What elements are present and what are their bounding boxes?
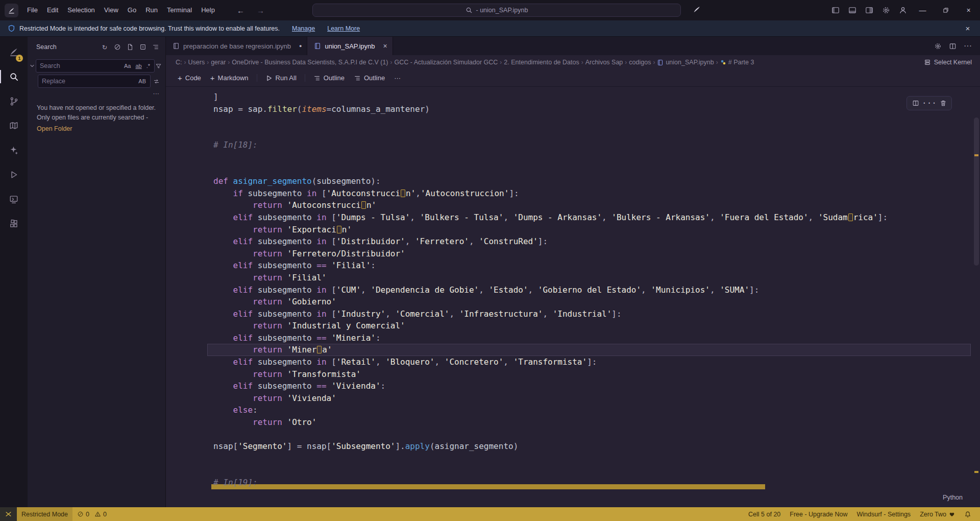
preserve-case-icon[interactable]: AB <box>136 78 148 85</box>
code-line[interactable]: ] <box>213 91 980 103</box>
code-line[interactable] <box>213 127 980 139</box>
minimize-button[interactable]: — <box>911 0 934 20</box>
code-line[interactable]: return 'Filial' <box>213 272 980 284</box>
code-line[interactable]: elif subsegmento in ['Industry', 'Comerc… <box>213 308 980 320</box>
replace-all-icon[interactable] <box>151 78 161 88</box>
remote-indicator-icon[interactable] <box>0 507 17 521</box>
code-line[interactable]: elif subsegmento in ['Distribuidor', 'Fe… <box>213 235 980 248</box>
toggle-search-details-icon[interactable]: ··· <box>153 90 160 97</box>
code-line[interactable]: elif subsegmento in ['CUM', 'Dependencia… <box>213 284 980 296</box>
code-line[interactable]: elif subsegmento in ['Dumps - Tulsa', 'B… <box>213 211 980 224</box>
code-line[interactable]: return 'Vivienda' <box>213 392 980 405</box>
layout-panel-bottom-icon[interactable] <box>844 0 861 20</box>
code-line[interactable] <box>213 151 980 163</box>
account-icon[interactable] <box>894 0 911 20</box>
code-line[interactable]: return 'Minera' <box>207 344 971 356</box>
cell-more-actions-icon[interactable]: ··· <box>923 98 936 109</box>
tab-union-sap[interactable]: union_SAP.ipynb × <box>307 37 393 55</box>
code-line[interactable]: nsap['Segmento'] = nsap['Subsegmento'].a… <box>213 440 980 453</box>
notifications-bell-icon[interactable] <box>960 507 976 521</box>
menu-selection[interactable]: Selection <box>63 0 99 20</box>
profile-status[interactable]: Zero Two <box>915 507 960 521</box>
search-activity-icon[interactable] <box>0 66 28 87</box>
layout-sidebar-left-icon[interactable] <box>827 0 844 20</box>
editor-settings-gear-icon[interactable] <box>934 42 942 50</box>
scrollbar-thumb[interactable] <box>974 117 979 266</box>
modified-dot-icon[interactable]: ● <box>299 43 302 49</box>
manage-link[interactable]: Manage <box>292 25 315 32</box>
view-as-tree-icon[interactable] <box>150 41 161 53</box>
breadcrumb-item[interactable]: 2. Entendimiento de Datos <box>504 59 579 66</box>
layout-sidebar-right-icon[interactable] <box>861 0 877 20</box>
split-cell-icon[interactable] <box>909 98 922 109</box>
settings-gear-icon[interactable] <box>877 0 894 20</box>
breadcrumb-item[interactable]: gerar <box>211 59 226 66</box>
toggle-replace-chevron-icon[interactable] <box>29 63 35 73</box>
editor-more-actions-icon[interactable]: ··· <box>964 41 972 51</box>
menu-view[interactable]: View <box>100 0 123 20</box>
scrollbar[interactable] <box>973 87 980 507</box>
code-line[interactable] <box>213 163 980 176</box>
source-control-icon[interactable] <box>0 91 28 111</box>
delete-cell-icon[interactable] <box>937 98 949 109</box>
refresh-icon[interactable]: ↻ <box>99 41 110 53</box>
code-line[interactable]: return 'Ferretero/Distribuidor' <box>213 248 980 260</box>
code-content[interactable]: ]nsap = sap.filter(items=columnas_a_mant… <box>213 91 980 489</box>
code-line[interactable]: nsap = sap.filter(items=columnas_a_mante… <box>213 103 980 115</box>
breadcrumb-item[interactable]: union_SAP.ipynb <box>657 59 714 66</box>
code-line[interactable] <box>213 115 980 127</box>
new-search-editor-icon[interactable] <box>125 41 136 53</box>
windsurf-settings-status[interactable]: Windsurf - Settings <box>852 507 916 521</box>
breadcrumb-item[interactable]: # Parte 3 <box>720 59 754 66</box>
cascade-panel-icon[interactable] <box>0 189 28 209</box>
code-line[interactable]: return 'Otro' <box>213 416 980 429</box>
code-line[interactable]: return 'Industrial y Comercial' <box>213 320 980 332</box>
breadcrumb-item[interactable]: GCC - Actualización Simulador GCC <box>394 59 498 66</box>
forward-button[interactable]: → <box>257 6 264 15</box>
code-line[interactable] <box>213 464 980 477</box>
menu-go[interactable]: Go <box>123 0 141 20</box>
back-button[interactable]: ← <box>237 6 244 15</box>
notebook-cell-editor[interactable]: ··· ]nsap = sap.filter(items=columnas_a_… <box>166 87 980 507</box>
restore-button[interactable] <box>934 0 957 20</box>
replace-input[interactable] <box>42 78 136 85</box>
collapse-all-icon[interactable] <box>137 41 149 53</box>
menu-help[interactable]: Help <box>197 0 219 20</box>
ai-sparkle-icon[interactable] <box>0 140 28 160</box>
problems-status[interactable]: 0 0 <box>72 507 114 521</box>
whole-word-icon[interactable]: ab <box>133 62 143 69</box>
cell-language-indicator[interactable]: Python <box>943 492 963 504</box>
code-line[interactable]: elif subsegmento == 'Mineria': <box>213 332 980 344</box>
code-line[interactable]: return 'Transformista' <box>213 368 980 381</box>
notebook-more-actions-icon[interactable]: ··· <box>389 72 405 84</box>
code-line[interactable]: elif subsegmento == 'Vivienda': <box>213 380 980 392</box>
code-line[interactable]: # In[19]: <box>213 477 980 489</box>
breadcrumb-item[interactable]: OneDrive - Business Data Scientists, S.A… <box>232 59 388 66</box>
code-line[interactable]: return 'Exportacin' <box>213 224 980 236</box>
menu-edit[interactable]: Edit <box>42 0 63 20</box>
restricted-mode-status[interactable]: Restricted Mode <box>17 507 72 521</box>
menu-terminal[interactable]: Terminal <box>162 0 197 20</box>
search-filter-icon[interactable] <box>155 63 162 73</box>
cell-indicator-status[interactable]: Cell 5 of 20 <box>744 507 785 521</box>
match-case-icon[interactable]: Aa <box>122 62 133 69</box>
code-line[interactable]: if subsegmento in ['Autoconstruccin','Au… <box>213 187 980 200</box>
menu-file[interactable]: File <box>22 0 42 20</box>
outline-button[interactable]: Outline <box>309 72 349 84</box>
learn-more-link[interactable]: Learn More <box>327 25 360 32</box>
open-folder-link[interactable]: Open Folder <box>37 124 156 134</box>
banner-close-icon[interactable]: × <box>962 22 974 35</box>
close-tab-icon[interactable]: × <box>383 42 387 50</box>
breadcrumb-item[interactable]: codigos <box>629 59 651 66</box>
code-line[interactable] <box>213 429 980 441</box>
outline-button-2[interactable]: Outline <box>349 72 389 84</box>
breadcrumb-item[interactable]: Archivos Sap <box>585 59 623 66</box>
breadcrumb-item[interactable]: C: <box>176 59 182 66</box>
regex-icon[interactable]: .* <box>144 62 152 69</box>
code-line[interactable]: return 'Autoconstruccin' <box>213 199 980 211</box>
map-icon[interactable] <box>0 115 28 136</box>
code-line[interactable]: else: <box>213 404 980 416</box>
plan-upgrade-status[interactable]: Free - Upgrade Now <box>785 507 852 521</box>
extensions-icon[interactable] <box>0 214 28 234</box>
code-line[interactable] <box>213 453 980 465</box>
